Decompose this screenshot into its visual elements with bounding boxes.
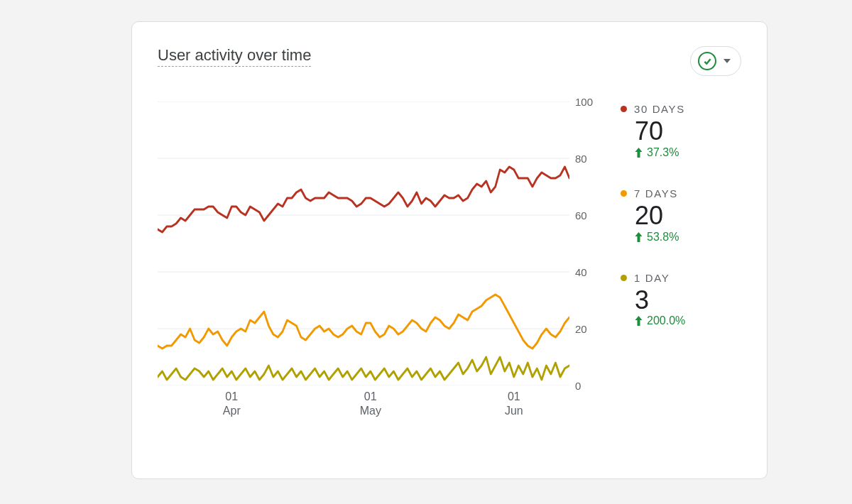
user-activity-card: User activity over time 020406080100 01A…: [131, 21, 768, 479]
legend-delta: 53.8%: [635, 231, 685, 243]
chevron-down-icon: [723, 59, 731, 63]
chart-svg: [158, 102, 569, 385]
y-tick-label: 0: [575, 380, 581, 392]
legend-delta-text: 53.8%: [647, 231, 679, 243]
legend-dot: [621, 275, 627, 281]
arrow-up-icon: [635, 316, 643, 326]
legend-value: 70: [635, 118, 685, 145]
legend-delta: 200.0%: [635, 314, 685, 327]
x-tick-label: 01Apr: [223, 390, 241, 418]
legend-head: 1 DAY: [621, 272, 685, 284]
legend-delta: 37.3%: [635, 146, 685, 159]
series-line: [158, 295, 569, 349]
legend-dot: [621, 106, 627, 112]
legend-item-7-days[interactable]: 7 DAYS 20 53.8%: [621, 187, 685, 243]
legend-head: 30 DAYS: [621, 103, 685, 115]
legend-value: 3: [635, 287, 685, 314]
x-tick-label: 01Jun: [505, 390, 523, 418]
series-line: [158, 357, 569, 380]
legend-delta-text: 200.0%: [647, 314, 685, 327]
chart-row: 020406080100 01Apr01May01Jun 30 DAYS 70 …: [158, 102, 741, 442]
y-tick-label: 40: [575, 266, 587, 278]
chart-plot-area: 020406080100 01Apr01May01Jun: [158, 102, 594, 442]
arrow-up-icon: [635, 148, 643, 158]
y-tick-label: 100: [575, 96, 593, 108]
y-tick-label: 60: [575, 209, 587, 221]
legend-dot: [621, 190, 627, 197]
check-circle-icon: [698, 52, 716, 70]
y-tick-label: 80: [575, 153, 587, 165]
legend-value: 20: [635, 202, 685, 229]
legend-label: 30 DAYS: [634, 103, 685, 115]
card-header: User activity over time: [158, 46, 741, 76]
arrow-up-icon: [635, 232, 643, 242]
series-line: [158, 167, 569, 232]
legend-delta-text: 37.3%: [647, 146, 679, 159]
legend-label: 1 DAY: [634, 272, 670, 284]
gridlines: [158, 102, 569, 385]
x-tick-label: 01May: [360, 390, 381, 418]
y-tick-label: 20: [575, 323, 587, 335]
legend-item-30-days[interactable]: 30 DAYS 70 37.3%: [621, 103, 685, 159]
legend-label: 7 DAYS: [634, 187, 678, 199]
legend: 30 DAYS 70 37.3% 7 DAYS 20: [621, 102, 685, 442]
card-title: User activity over time: [158, 46, 311, 67]
series-lines: [158, 167, 569, 380]
status-dropdown-button[interactable]: [690, 46, 741, 76]
legend-head: 7 DAYS: [621, 187, 685, 199]
legend-item-1-day[interactable]: 1 DAY 3 200.0%: [621, 272, 685, 328]
